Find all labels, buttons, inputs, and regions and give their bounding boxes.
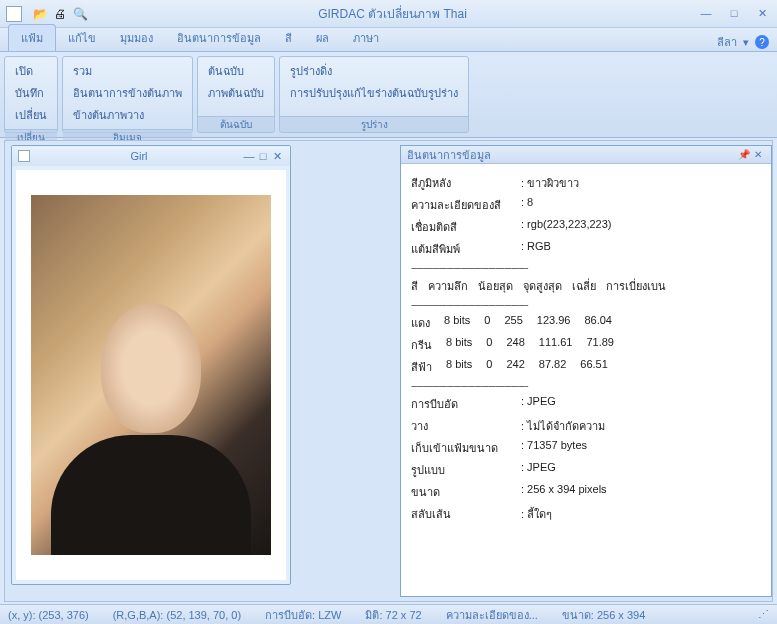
prop-value: : JPEG bbox=[521, 461, 556, 479]
doc-title: Girl bbox=[36, 150, 242, 162]
ribbon-group-image: รวม อินตนาการข้างต้นภาพ ข้างต้นภาพวาง อิ… bbox=[62, 56, 193, 133]
prop-value: : 256 x 394 pixels bbox=[521, 483, 607, 501]
pin-icon[interactable]: 📌 bbox=[737, 149, 751, 160]
status-size: ขนาด: 256 x 394 bbox=[562, 606, 645, 624]
prop-label: เชื่อมติดสี bbox=[411, 218, 521, 236]
resize-grip-icon[interactable]: ⋰ bbox=[758, 608, 769, 621]
table-row: สีฟ้า8 bits024287.8266.51 bbox=[411, 358, 761, 376]
prop-label: เก็บเข้าแฟ้มขนาด bbox=[411, 439, 521, 457]
quick-access-toolbar: 📂 🖨 🔍 bbox=[32, 6, 88, 22]
change-button[interactable]: เปลี่ยน bbox=[15, 105, 47, 125]
doc-canvas[interactable] bbox=[16, 170, 286, 580]
maximize-button[interactable]: □ bbox=[725, 7, 743, 20]
status-rgba: (R,G,B,A): (52, 139, 70, 0) bbox=[113, 609, 241, 621]
prop-value: : ลี้ใดๆ bbox=[521, 505, 552, 523]
info-panel: อินตนาการข้อมูล 📌 ✕ สีภูมิหลัง: ขาวผิวขา… bbox=[400, 145, 772, 597]
preview-icon[interactable]: 🔍 bbox=[72, 6, 88, 22]
status-xy: (x, y): (253, 376) bbox=[8, 609, 89, 621]
th: ความลึก bbox=[428, 277, 468, 295]
prop-value: : rgb(223,223,223) bbox=[521, 218, 612, 236]
prop-value: : ไม่ได้จำกัดความ bbox=[521, 417, 605, 435]
original-button[interactable]: ต้นฉบับ bbox=[208, 61, 264, 81]
prop-label: ความละเอียดของสี bbox=[411, 196, 521, 214]
th: เฉลี่ย bbox=[572, 277, 596, 295]
tab-color[interactable]: สี bbox=[273, 25, 304, 51]
th: น้อยสุด bbox=[478, 277, 513, 295]
prop-label: การบีบอัด bbox=[411, 395, 521, 413]
status-compression: การบีบอัด: LZW bbox=[265, 606, 341, 624]
shape-edit-button[interactable]: การปรับปรุงแก้ไขร่างต้นฉบับรูปร่าง bbox=[290, 83, 458, 103]
table-header: สี ความลึก น้อยสุด จุดสูงสุด เฉลี่ย การเ… bbox=[411, 277, 761, 295]
prop-label: แต้มสีพิมพ์ bbox=[411, 240, 521, 258]
prop-value: : RGB bbox=[521, 240, 551, 258]
panel-title: อินตนาการข้อมูล bbox=[407, 146, 737, 164]
separator: ----------------------------------------… bbox=[411, 380, 761, 391]
document-window[interactable]: Girl — □ ✕ bbox=[11, 145, 291, 585]
original-image-button[interactable]: ภาพต้นฉบับ bbox=[208, 83, 264, 103]
combine-button[interactable]: รวม bbox=[73, 61, 182, 81]
prop-value: : JPEG bbox=[521, 395, 556, 413]
doc-titlebar[interactable]: Girl — □ ✕ bbox=[12, 146, 290, 166]
window-controls: — □ ✕ bbox=[697, 7, 771, 20]
workspace: Girl — □ ✕ อินตนาการข้อมูล 📌 ✕ สีภูมิหลั… bbox=[4, 140, 773, 602]
tab-edit[interactable]: แก้ไข bbox=[56, 25, 108, 51]
style-menu[interactable]: ลีลา bbox=[717, 33, 737, 51]
prop-label: สลับเส้น bbox=[411, 505, 521, 523]
prop-value: : ขาวผิวขาว bbox=[521, 174, 579, 192]
group-label: รูปร่าง bbox=[280, 116, 468, 132]
chevron-down-icon[interactable]: ▾ bbox=[743, 36, 749, 49]
prop-value: : 71357 bytes bbox=[521, 439, 587, 457]
panel-close-button[interactable]: ✕ bbox=[751, 149, 765, 160]
info-top-button[interactable]: อินตนาการข้างต้นภาพ bbox=[73, 83, 182, 103]
titlebar: 📂 🖨 🔍 GIRDAC ตัวเปลี่ยนภาพ Thai — □ ✕ bbox=[0, 0, 777, 28]
shape-vert-button[interactable]: รูปร่างดิ่ง bbox=[290, 61, 458, 81]
open-icon[interactable]: 📂 bbox=[32, 6, 48, 22]
ribbon: เปิด บันทึก เปลี่ยน เปลี่ยน รวม อินตนากา… bbox=[0, 52, 777, 138]
ribbon-group-change: เปิด บันทึก เปลี่ยน เปลี่ยน bbox=[4, 56, 58, 133]
close-button[interactable]: ✕ bbox=[753, 7, 771, 20]
table-row: กรีน8 bits0248111.6171.89 bbox=[411, 336, 761, 354]
app-icon[interactable] bbox=[6, 6, 22, 22]
panel-header[interactable]: อินตนาการข้อมูล 📌 ✕ bbox=[401, 146, 771, 164]
tab-file[interactable]: แฟ้ม bbox=[8, 24, 56, 51]
doc-close-button[interactable]: ✕ bbox=[270, 150, 284, 163]
group-label: ต้นฉบับ bbox=[198, 116, 274, 132]
doc-maximize-button[interactable]: □ bbox=[256, 150, 270, 162]
prop-label: สีภูมิหลัง bbox=[411, 174, 521, 192]
tab-language[interactable]: ภาษา bbox=[341, 25, 391, 51]
tab-effect[interactable]: ผล bbox=[304, 25, 341, 51]
ribbon-group-shape: รูปร่างดิ่ง การปรับปรุงแก้ไขร่างต้นฉบับร… bbox=[279, 56, 469, 133]
th: การเบี่ยงเบน bbox=[606, 277, 666, 295]
print-icon[interactable]: 🖨 bbox=[52, 6, 68, 22]
open-button[interactable]: เปิด bbox=[15, 61, 47, 81]
separator: ----------------------------------------… bbox=[411, 262, 761, 273]
th: สี bbox=[411, 277, 418, 295]
help-icon[interactable]: ? bbox=[755, 35, 769, 49]
doc-minimize-button[interactable]: — bbox=[242, 150, 256, 162]
save-button[interactable]: บันทึก bbox=[15, 83, 47, 103]
ribbon-tabs: แฟ้ม แก้ไข มุมมอง อินตนาการข้อมูล สี ผล … bbox=[0, 28, 777, 52]
statusbar: (x, y): (253, 376) (R,G,B,A): (52, 139, … bbox=[0, 604, 777, 624]
separator: ----------------------------------------… bbox=[411, 299, 761, 310]
prop-label: ขนาด bbox=[411, 483, 521, 501]
tab-info[interactable]: อินตนาการข้อมูล bbox=[165, 25, 273, 51]
prop-label: รูปแบบ bbox=[411, 461, 521, 479]
status-depth: ความละเอียดของ... bbox=[446, 606, 538, 624]
table-row: แดง8 bits0255123.9686.04 bbox=[411, 314, 761, 332]
ribbon-group-original: ต้นฉบับ ภาพต้นฉบับ ต้นฉบับ bbox=[197, 56, 275, 133]
status-dimensions: มิติ: 72 x 72 bbox=[365, 606, 421, 624]
app-title: GIRDAC ตัวเปลี่ยนภาพ Thai bbox=[88, 4, 697, 23]
image-content bbox=[31, 195, 271, 555]
minimize-button[interactable]: — bbox=[697, 7, 715, 20]
tab-view[interactable]: มุมมอง bbox=[108, 25, 165, 51]
panel-body: สีภูมิหลัง: ขาวผิวขาว ความละเอียดของสี: … bbox=[401, 164, 771, 596]
doc-icon bbox=[18, 150, 30, 162]
paste-top-button[interactable]: ข้างต้นภาพวาง bbox=[73, 105, 182, 125]
prop-value: : 8 bbox=[521, 196, 533, 214]
th: จุดสูงสุด bbox=[523, 277, 562, 295]
prop-label: วาง bbox=[411, 417, 521, 435]
